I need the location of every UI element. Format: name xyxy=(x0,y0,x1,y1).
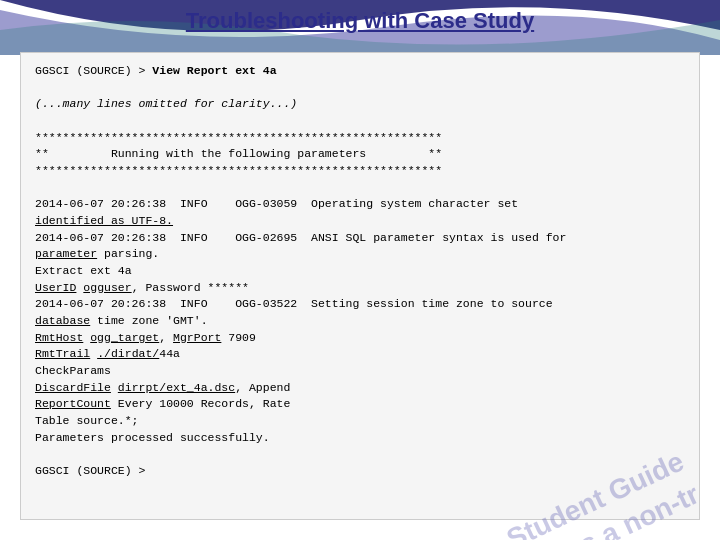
prompt-line: GGSCI (SOURCE) > xyxy=(35,464,152,477)
stars1: ****************************************… xyxy=(35,131,442,177)
log-cont-2: parameter xyxy=(35,247,97,260)
terminal-content-area: GGSCI (SOURCE) > View Report ext 4a (...… xyxy=(20,52,700,520)
log-line-2: 2014-06-07 20:26:38 INFO OGG-02695 ANSI … xyxy=(35,231,566,244)
params-ok-line: Parameters processed successfully. xyxy=(35,431,270,444)
userid-line: UserID ogguser, Password ****** xyxy=(35,281,249,294)
log-line-3: 2014-06-07 20:26:38 INFO OGG-03522 Setti… xyxy=(35,297,553,310)
rmttrail-line: RmtTrail ./dirdat/44a xyxy=(35,347,180,360)
extract-line: Extract ext 4a xyxy=(35,264,132,277)
title-area: Troubleshooting with Case Study xyxy=(0,8,720,34)
slide-title: Troubleshooting with Case Study xyxy=(186,8,534,33)
log-cont-3: database xyxy=(35,314,90,327)
omit-line: (...many lines omitted for clarity...) xyxy=(35,97,297,110)
log-line-1: 2014-06-07 20:26:38 INFO OGG-03059 Opera… xyxy=(35,197,518,210)
slide-container: Troubleshooting with Case Study GGSCI (S… xyxy=(0,0,720,540)
terminal-text: GGSCI (SOURCE) > View Report ext 4a (...… xyxy=(35,63,685,480)
reportcount-line: ReportCount Every 10000 Records, Rate xyxy=(35,397,290,410)
table-line: Table source.*; xyxy=(35,414,139,427)
checkparams-line: CheckParams xyxy=(35,364,111,377)
discardfile-line: DiscardFile dirrpt/ext_4a.dsc, Append xyxy=(35,381,290,394)
log-cont-1: identified as UTF-8. xyxy=(35,214,173,227)
cmd-line: GGSCI (SOURCE) > View Report ext 4a xyxy=(35,64,277,77)
rmthost-line: RmtHost ogg_target, MgrPort 7909 xyxy=(35,331,256,344)
